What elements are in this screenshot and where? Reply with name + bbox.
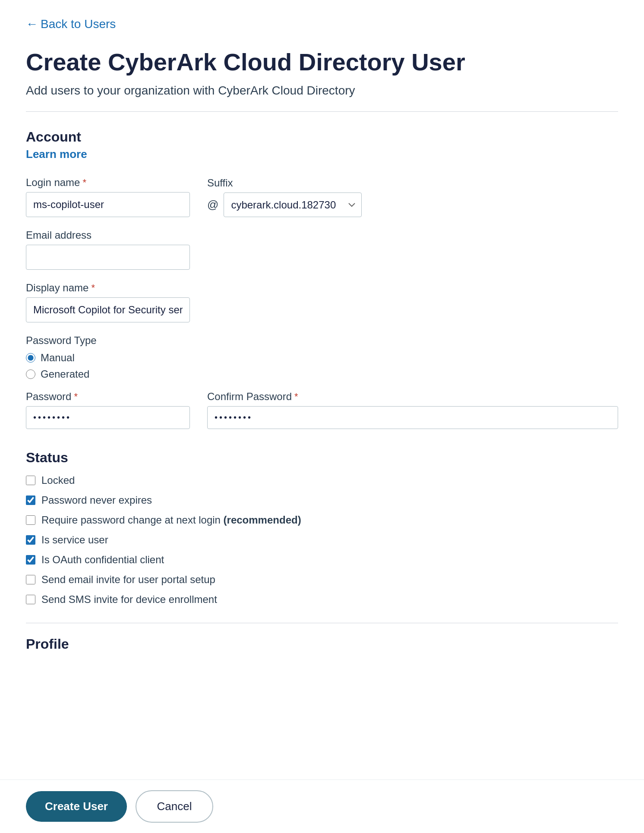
confirm-password-input[interactable] <box>207 406 618 429</box>
page-title: Create CyberArk Cloud Directory User <box>26 48 618 76</box>
account-section-title: Account <box>26 129 618 145</box>
suffix-row: @ cyberark.cloud.182730 <box>207 192 618 217</box>
radio-generated-option[interactable]: Generated <box>26 368 618 380</box>
login-name-input[interactable] <box>26 192 190 217</box>
profile-section-title: Profile <box>26 636 69 652</box>
create-user-button[interactable]: Create User <box>26 791 127 822</box>
status-checkbox-group: Locked Password never expires Require pa… <box>26 474 618 606</box>
login-name-group: Login name * <box>26 177 190 217</box>
radio-group: Manual Generated <box>26 352 618 380</box>
login-name-required: * <box>82 177 86 188</box>
suffix-group: Suffix @ cyberark.cloud.182730 <box>207 177 618 217</box>
password-input[interactable] <box>26 406 190 429</box>
password-type-label: Password Type <box>26 334 618 347</box>
confirm-password-required: * <box>294 391 298 402</box>
require-password-change-label: Require password change at next login (r… <box>41 514 301 526</box>
profile-section-partial: Profile <box>26 623 618 652</box>
display-name-input[interactable] <box>26 297 190 322</box>
password-row: Password * Confirm Password * <box>26 391 618 429</box>
back-arrow-icon: ← <box>26 17 38 31</box>
login-name-label: Login name * <box>26 177 190 189</box>
password-never-expires-checkbox[interactable] <box>26 495 35 505</box>
status-section: Status Locked Password never expires Req… <box>26 450 618 606</box>
status-section-title: Status <box>26 450 618 466</box>
email-row: Email address <box>26 229 618 270</box>
radio-manual-option[interactable]: Manual <box>26 352 618 364</box>
is-oauth-checkbox[interactable] <box>26 555 35 565</box>
password-required: * <box>74 391 78 402</box>
is-service-user-checkbox[interactable] <box>26 535 35 545</box>
checkbox-is-oauth[interactable]: Is OAuth confidential client <box>26 554 618 566</box>
radio-generated-label: Generated <box>41 368 89 380</box>
suffix-select[interactable]: cyberark.cloud.182730 <box>224 192 362 217</box>
send-sms-invite-checkbox[interactable] <box>26 595 35 604</box>
send-sms-invite-label: Send SMS invite for device enrollment <box>41 593 217 606</box>
radio-generated-input[interactable] <box>26 369 35 379</box>
checkbox-send-sms-invite[interactable]: Send SMS invite for device enrollment <box>26 593 618 606</box>
email-group: Email address <box>26 229 190 270</box>
back-link-label: Back to Users <box>41 17 116 31</box>
confirm-password-group: Confirm Password * <box>207 391 618 429</box>
display-name-group: Display name * <box>26 282 190 322</box>
checkbox-password-never-expires[interactable]: Password never expires <box>26 494 618 506</box>
password-label: Password * <box>26 391 190 403</box>
account-section: Account Learn more Login name * Suffix @… <box>26 129 618 429</box>
confirm-password-label: Confirm Password * <box>207 391 618 403</box>
footer-actions: Create User Cancel <box>0 779 644 833</box>
checkbox-is-service-user[interactable]: Is service user <box>26 534 618 546</box>
at-symbol: @ <box>207 198 218 211</box>
checkbox-send-email-invite[interactable]: Send email invite for user portal setup <box>26 574 618 586</box>
is-service-user-label: Is service user <box>41 534 108 546</box>
password-group: Password * <box>26 391 190 429</box>
display-name-required: * <box>91 282 95 293</box>
display-name-label: Display name * <box>26 282 190 294</box>
header-divider <box>26 111 618 112</box>
locked-label: Locked <box>41 474 75 486</box>
locked-checkbox[interactable] <box>26 476 35 485</box>
send-email-invite-checkbox[interactable] <box>26 575 35 584</box>
cancel-button[interactable]: Cancel <box>136 790 213 823</box>
is-oauth-label: Is OAuth confidential client <box>41 554 164 566</box>
password-never-expires-label: Password never expires <box>41 494 152 506</box>
login-suffix-row: Login name * Suffix @ cyberark.cloud.182… <box>26 177 618 217</box>
radio-manual-label: Manual <box>41 352 75 364</box>
back-to-users-link[interactable]: ← Back to Users <box>26 17 618 31</box>
require-password-change-checkbox[interactable] <box>26 515 35 525</box>
checkbox-require-password-change[interactable]: Require password change at next login (r… <box>26 514 618 526</box>
email-label: Email address <box>26 229 190 241</box>
recommended-text: (recommended) <box>224 514 301 526</box>
page-subtitle: Add users to your organization with Cybe… <box>26 84 618 98</box>
password-type-section: Password Type Manual Generated <box>26 334 618 380</box>
display-name-row: Display name * <box>26 282 618 322</box>
radio-manual-input[interactable] <box>26 353 35 363</box>
send-email-invite-label: Send email invite for user portal setup <box>41 574 215 586</box>
checkbox-locked[interactable]: Locked <box>26 474 618 486</box>
email-input[interactable] <box>26 245 190 270</box>
suffix-label: Suffix <box>207 177 618 189</box>
learn-more-link[interactable]: Learn more <box>26 148 87 161</box>
